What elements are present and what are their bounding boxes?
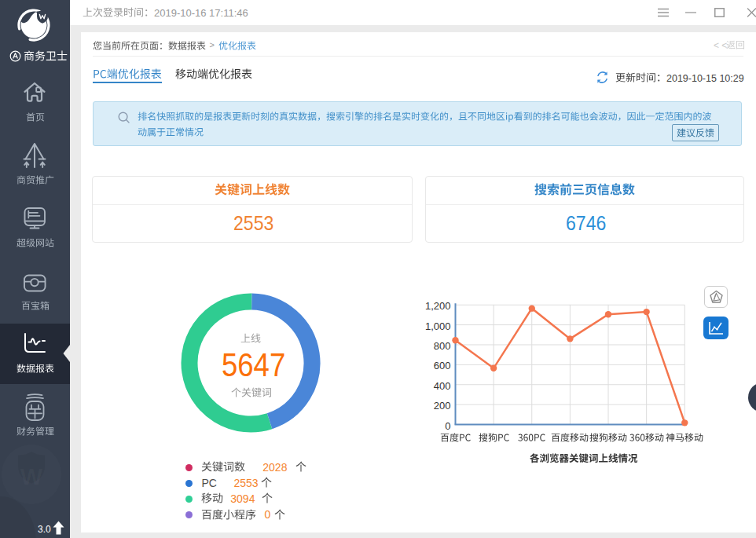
svg-text:W: W bbox=[20, 463, 43, 489]
